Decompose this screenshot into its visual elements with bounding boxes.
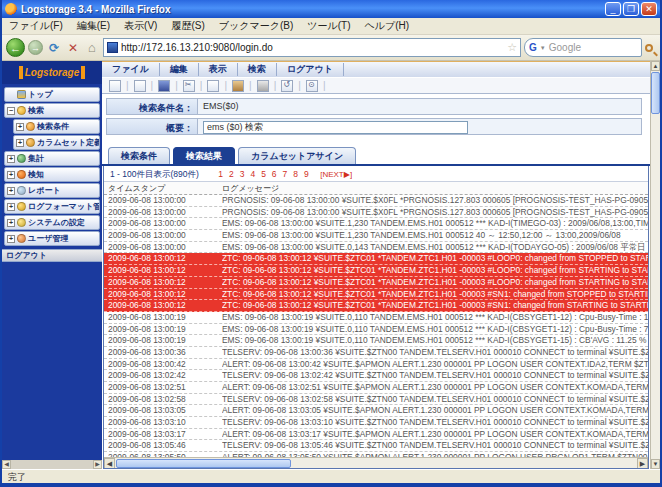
tree-expander-icon[interactable]: + xyxy=(7,171,15,179)
tab[interactable]: 検索結果 xyxy=(173,147,235,164)
table-row[interactable]: 2009-06-08 13:00:00 PRGNOSIS: 09-06-08 1… xyxy=(104,195,648,207)
web-search-box[interactable]: G ▼ Google xyxy=(524,38,642,57)
scroll-right-icon[interactable]: ▶ xyxy=(93,460,102,469)
page-number-link[interactable]: 6 xyxy=(272,169,277,179)
tree-expander-icon[interactable]: + xyxy=(7,155,15,163)
table-row[interactable]: 2009-06-08 13:00:00 EMS: 09-06-08 13:00:… xyxy=(104,242,648,254)
scroll-down-icon[interactable]: ▼ xyxy=(651,459,660,469)
sidebar-item[interactable]: + ユーザ管理 xyxy=(4,231,100,246)
save-icon[interactable] xyxy=(158,80,170,92)
delete-icon[interactable] xyxy=(257,80,269,92)
scroll-right-icon[interactable]: ▶ xyxy=(637,458,648,469)
table-row[interactable]: 2009-06-08 13:03:10 TELSERV: 09-06-08 13… xyxy=(104,417,648,429)
open-icon[interactable] xyxy=(134,80,146,92)
next-page-link[interactable]: [NEXT▶] xyxy=(320,170,352,179)
close-button[interactable]: ✕ xyxy=(641,2,657,16)
browser-menu-item[interactable]: 編集(E) xyxy=(70,19,117,33)
browser-menu-item[interactable]: ツール(T) xyxy=(300,19,357,33)
tree-expander-icon[interactable]: + xyxy=(7,203,15,211)
cut-icon[interactable] xyxy=(183,80,195,92)
page-number-link[interactable]: 1 xyxy=(218,169,223,179)
app-menu-item[interactable]: 編集 xyxy=(160,63,199,76)
sidebar-item[interactable]: + カラムセット定義 xyxy=(13,135,100,150)
sidebar-item[interactable]: + レポート xyxy=(4,183,100,198)
app-menu-item[interactable]: ログアウト xyxy=(277,63,344,76)
table-row[interactable]: 2009-06-08 13:00:12 ZTC: 09-06-08 13:00:… xyxy=(104,289,648,301)
tree-expander-icon[interactable]: − xyxy=(7,107,15,115)
table-row[interactable]: 2009-06-08 13:02:42 TELSERV: 09-06-08 13… xyxy=(104,370,648,382)
search-engine-caret-icon[interactable]: ▼ xyxy=(540,45,546,51)
page-number-link[interactable]: 5 xyxy=(261,169,266,179)
browser-menu-item[interactable]: ブックマーク(B) xyxy=(212,19,301,33)
scroll-left-icon[interactable]: ◀ xyxy=(2,460,11,469)
table-row[interactable]: 2009-06-08 13:00:36 TELSERV: 09-06-08 13… xyxy=(104,347,648,359)
forward-button[interactable]: → xyxy=(28,40,43,55)
sidebar-item[interactable]: トップ xyxy=(4,87,100,102)
sidebar-item[interactable]: + ログフォーマット管理 xyxy=(4,199,100,214)
app-menu-item[interactable]: 検索 xyxy=(238,63,277,76)
table-row[interactable]: 2009-06-08 13:05:46 TELSERV: 09-06-08 13… xyxy=(104,440,648,452)
table-row[interactable]: 2009-06-08 13:00:12 ZTC: 09-06-08 13:00:… xyxy=(104,253,648,265)
table-row[interactable]: 2009-06-08 13:00:12 ZTC: 09-06-08 13:00:… xyxy=(104,265,648,277)
paste-icon[interactable] xyxy=(232,80,244,92)
table-row[interactable]: 2009-06-08 13:00:19 EMS: 09-06-08 13:00:… xyxy=(104,335,648,347)
browser-menu-item[interactable]: 履歴(S) xyxy=(164,19,211,33)
tab[interactable]: カラムセットアサイン xyxy=(238,147,356,164)
maximize-button[interactable]: ❐ xyxy=(623,2,639,16)
tree-expander-icon[interactable]: + xyxy=(16,123,24,131)
history-icon[interactable] xyxy=(281,80,293,92)
table-row[interactable]: 2009-06-08 13:00:00 EMS: 09-06-08 13:00:… xyxy=(104,230,648,242)
tree-expander-icon[interactable]: + xyxy=(7,187,15,195)
browser-menu-item[interactable]: 表示(V) xyxy=(117,19,164,33)
page-number-link[interactable]: 8 xyxy=(293,169,298,179)
browser-menu-item[interactable]: ファイル(F) xyxy=(2,19,70,33)
table-row[interactable]: 2009-06-08 13:03:17 ALERT: 09-06-08 13:0… xyxy=(104,429,648,441)
home-icon[interactable]: ⌂ xyxy=(84,40,100,55)
horizontal-scroll-thumb[interactable] xyxy=(116,459,291,468)
table-row[interactable]: 2009-06-08 13:00:12 ZTC: 09-06-08 13:00:… xyxy=(104,277,648,289)
copy-icon[interactable] xyxy=(207,80,219,92)
sidebar-item[interactable]: + システムの設定 xyxy=(4,215,100,230)
sidebar-item[interactable]: − 検索 xyxy=(4,103,100,118)
reload-icon[interactable]: ⟳ xyxy=(46,41,62,55)
minimize-button[interactable]: _ xyxy=(605,2,621,16)
sidebar-horizontal-scrollbar[interactable]: ◀ ▶ xyxy=(2,460,102,469)
scroll-left-icon[interactable]: ◀ xyxy=(104,458,115,469)
new-icon[interactable] xyxy=(109,80,121,92)
tree-expander-icon[interactable]: + xyxy=(7,219,15,227)
bookmark-star-icon[interactable]: ☆ xyxy=(507,41,517,54)
table-row[interactable]: 2009-06-08 13:02:58 TELSERV: 09-06-08 13… xyxy=(104,394,648,406)
url-text[interactable]: http://172.16.13.210:9080/login.do xyxy=(121,42,504,53)
app-menu-item[interactable]: ファイル xyxy=(102,63,160,76)
web-search-placeholder[interactable]: Google xyxy=(549,42,637,53)
summary-input[interactable] xyxy=(203,121,468,134)
table-row[interactable]: 2009-06-08 13:00:12 ZTC: 09-06-08 13:00:… xyxy=(104,300,648,312)
tree-expander-icon[interactable]: + xyxy=(7,235,15,243)
page-number-link[interactable]: 9 xyxy=(304,169,309,179)
table-row[interactable]: 2009-06-08 13:00:19 EMS: 09-06-08 13:00:… xyxy=(104,324,648,336)
table-horizontal-scrollbar[interactable]: ◀ ▶ xyxy=(104,457,648,468)
vertical-scroll-thumb[interactable] xyxy=(651,72,660,114)
stop-icon[interactable]: ✕ xyxy=(65,41,81,55)
table-row[interactable]: 2009-06-08 13:00:00 PRGNOSIS: 09-06-08 1… xyxy=(104,207,648,219)
google-logo-icon[interactable]: G xyxy=(529,42,537,53)
sidebar-logout[interactable]: ログアウト xyxy=(2,249,102,262)
browser-vertical-scrollbar[interactable]: ▲ ▼ xyxy=(650,61,660,469)
search-magnifier-icon[interactable] xyxy=(645,44,653,52)
table-row[interactable]: 2009-06-08 13:00:19 EMS: 09-06-08 13:00:… xyxy=(104,312,648,324)
page-number-link[interactable]: 3 xyxy=(240,169,245,179)
page-number-link[interactable]: 2 xyxy=(229,169,234,179)
page-number-link[interactable]: 7 xyxy=(283,169,288,179)
table-row[interactable]: 2009-06-08 13:03:05 ALERT: 09-06-08 13:0… xyxy=(104,405,648,417)
table-row[interactable]: 2009-06-08 13:02:51 ALERT: 09-06-08 13:0… xyxy=(104,382,648,394)
page-number-link[interactable]: 4 xyxy=(250,169,255,179)
sidebar-item[interactable]: + 集計 xyxy=(4,151,100,166)
sidebar-item[interactable]: + 検索条件 xyxy=(13,119,100,134)
browser-menu-item[interactable]: ヘルプ(H) xyxy=(358,19,417,33)
table-row[interactable]: 2009-06-08 13:00:00 EMS: 09-06-08 13:00:… xyxy=(104,218,648,230)
tree-expander-icon[interactable]: + xyxy=(16,139,24,147)
address-bar[interactable]: http://172.16.13.210:9080/login.do ☆ xyxy=(103,38,521,57)
back-button[interactable]: ← xyxy=(6,38,25,57)
scroll-up-icon[interactable]: ▲ xyxy=(651,61,660,71)
table-row[interactable]: 2009-06-08 13:00:42 ALERT: 09-06-08 13:0… xyxy=(104,359,648,371)
